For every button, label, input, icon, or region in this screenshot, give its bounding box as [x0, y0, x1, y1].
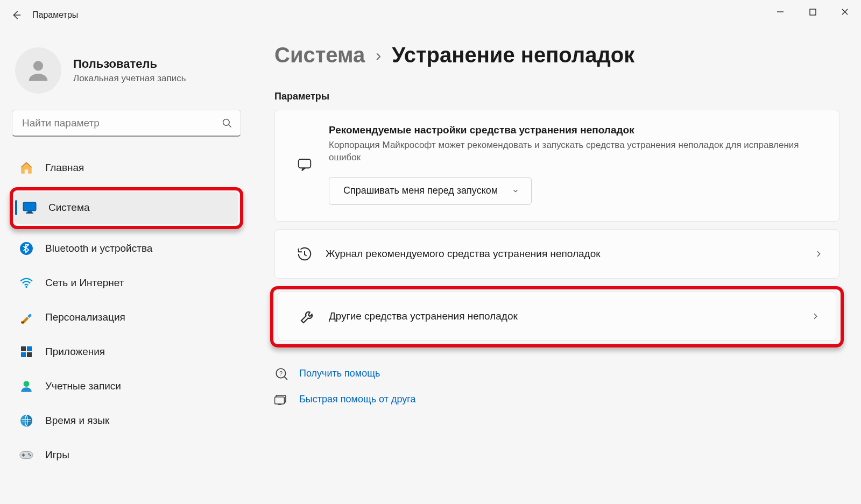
back-button[interactable] [4, 3, 28, 27]
close-icon [841, 8, 849, 16]
chevron-right-icon [814, 250, 823, 258]
chat-icon [291, 124, 318, 205]
sidebar-item-personalize[interactable]: Персонализация [12, 301, 241, 333]
sidebar-nav: Главная Система Bluetooth и устройства [12, 152, 241, 471]
svg-rect-13 [21, 322, 24, 323]
svg-point-22 [30, 455, 31, 456]
quick-assist-link[interactable]: Быстрая помощь от друга [274, 393, 839, 407]
sidebar-item-apps[interactable]: Приложения [12, 336, 241, 368]
breadcrumb-root[interactable]: Система [274, 43, 365, 67]
sidebar-item-label: Bluetooth и устройства [45, 243, 152, 254]
accounts-icon [19, 379, 33, 393]
svg-rect-10 [26, 212, 33, 214]
search-input[interactable] [12, 110, 241, 137]
sidebar-item-network[interactable]: Сеть и Интернет [12, 267, 241, 299]
tutorial-highlight-other: Другие средства устранения неполадок [270, 286, 844, 347]
svg-point-5 [223, 119, 230, 126]
svg-point-4 [33, 61, 43, 70]
sidebar-item-gaming[interactable]: Игры [12, 439, 241, 471]
minimize-button[interactable] [764, 0, 796, 24]
svg-text:?: ? [279, 370, 283, 377]
svg-rect-28 [275, 397, 285, 404]
help-link-label: Быстрая помощь от друга [299, 394, 415, 405]
tutorial-highlight-sidebar: Система [10, 187, 243, 229]
avatar [15, 47, 61, 94]
row-label: Другие средства устранения неполадок [321, 310, 811, 322]
time-icon [19, 414, 33, 428]
window-controls [764, 0, 861, 24]
svg-rect-7 [23, 202, 36, 211]
apps-icon [19, 345, 33, 359]
svg-rect-17 [27, 352, 32, 357]
svg-rect-16 [21, 352, 26, 357]
maximize-button[interactable] [796, 0, 829, 24]
svg-point-21 [28, 453, 30, 455]
svg-rect-1 [810, 9, 816, 15]
dropdown-value: Спрашивать меня перед запуском [343, 185, 498, 196]
user-subtitle: Локальная учетная запись [73, 73, 186, 84]
wrench-icon [294, 308, 321, 325]
main-content: Система › Устранение неполадок Параметры… [253, 30, 861, 504]
row-label: Журнал рекомендуемого средства устранени… [318, 248, 814, 260]
home-icon [19, 161, 33, 175]
breadcrumb-separator: › [376, 46, 381, 65]
chevron-down-icon [512, 187, 519, 195]
svg-rect-9 [27, 211, 32, 212]
user-name: Пользователь [73, 57, 186, 71]
troubleshoot-history-row[interactable]: Журнал рекомендуемого средства устранени… [274, 229, 839, 279]
svg-rect-14 [21, 346, 26, 351]
help-link-label: Получить помощь [299, 368, 380, 379]
sidebar-item-system[interactable]: Система [15, 191, 238, 224]
sidebar-item-label: Персонализация [45, 311, 125, 323]
svg-line-25 [284, 377, 287, 379]
titlebar: Параметры [0, 0, 861, 30]
sidebar-item-label: Главная [45, 162, 84, 174]
svg-rect-15 [27, 346, 32, 351]
sidebar-item-accounts[interactable]: Учетные записи [12, 370, 241, 402]
app-title: Параметры [32, 10, 78, 20]
sidebar-item-label: Учетные записи [45, 380, 121, 392]
chevron-right-icon [811, 312, 820, 321]
sidebar-item-label: Время и язык [45, 415, 109, 427]
close-button[interactable] [829, 0, 861, 24]
arrow-left-icon [10, 9, 22, 21]
sidebar-item-home[interactable]: Главная [12, 152, 241, 184]
sidebar-item-time[interactable]: Время и язык [12, 404, 241, 437]
search-box[interactable] [12, 110, 241, 137]
svg-point-12 [25, 286, 27, 288]
help-icon: ? [274, 367, 288, 381]
history-icon [291, 246, 318, 262]
personalize-icon [19, 310, 33, 324]
wifi-icon [19, 276, 33, 290]
user-icon [24, 56, 52, 84]
recommended-dropdown[interactable]: Спрашивать меня перед запуском [329, 177, 532, 205]
user-block[interactable]: Пользователь Локальная учетная запись [12, 43, 241, 110]
sidebar: Пользователь Локальная учетная запись Гл… [0, 30, 253, 504]
bluetooth-icon [19, 242, 33, 255]
sidebar-item-label: Приложения [45, 346, 105, 358]
other-troubleshooters-row[interactable]: Другие средства устранения неполадок [278, 292, 836, 341]
maximize-icon [809, 9, 816, 16]
recommended-settings-card: Рекомендуемые настройки средства устране… [274, 110, 839, 222]
minimize-icon [777, 8, 784, 16]
section-title: Параметры [274, 91, 839, 102]
recommended-title: Рекомендуемые настройки средства устране… [329, 124, 823, 136]
sidebar-item-label: Игры [45, 449, 69, 461]
system-icon [23, 201, 37, 215]
sidebar-item-bluetooth[interactable]: Bluetooth и устройства [12, 232, 241, 265]
breadcrumb-current: Устранение неполадок [392, 43, 634, 67]
sidebar-item-label: Сеть и Интернет [45, 277, 124, 289]
get-help-link[interactable]: ? Получить помощь [274, 367, 839, 381]
sidebar-item-label: Система [48, 202, 90, 214]
breadcrumb: Система › Устранение неполадок [274, 43, 839, 67]
recommended-description: Корпорация Майкрософт может рекомендоват… [329, 139, 823, 164]
help-links: ? Получить помощь Быстрая помощь от друг… [274, 367, 839, 407]
gaming-icon [19, 448, 33, 462]
quick-assist-icon [274, 393, 288, 407]
search-icon [222, 118, 232, 129]
svg-line-6 [229, 125, 231, 127]
svg-point-18 [24, 381, 30, 387]
svg-rect-23 [299, 159, 311, 168]
